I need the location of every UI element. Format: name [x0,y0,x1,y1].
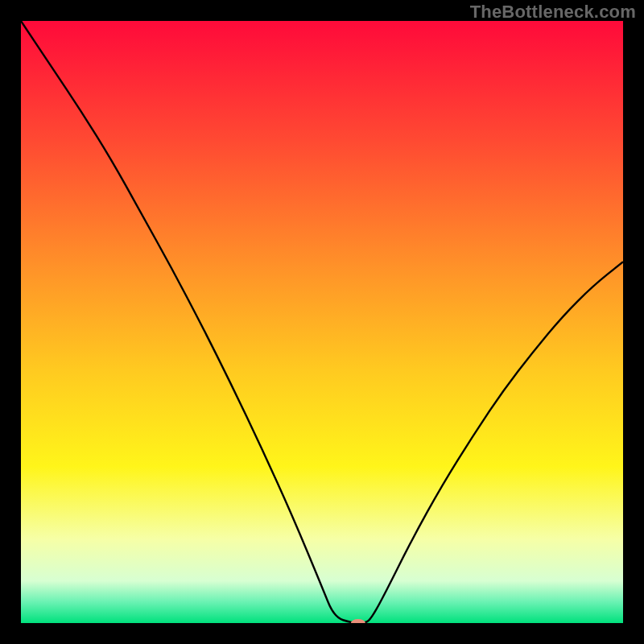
bottleneck-chart [21,21,623,623]
plot-area [21,21,623,623]
watermark-label: TheBottleneck.com [470,2,636,23]
chart-frame: TheBottleneck.com [0,0,644,644]
gradient-background [21,21,623,623]
